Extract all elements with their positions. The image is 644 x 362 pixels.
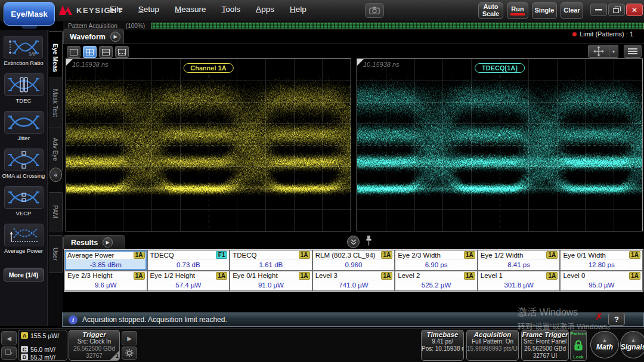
layout-rows-button[interactable] — [99, 46, 113, 58]
signal-settings-button[interactable] — [122, 346, 137, 360]
run-button[interactable]: Run — [507, 2, 528, 19]
single-button[interactable]: Single — [532, 2, 557, 19]
tab-row-divider — [63, 44, 644, 44]
layout-thumbnail-button[interactable] — [115, 46, 129, 58]
trigger-setup-box[interactable]: Trigger Src: Clock In 26.562500 GBd 3276… — [69, 330, 120, 361]
clear-button[interactable]: Clear — [561, 2, 583, 19]
jitter-icon — [8, 113, 40, 131]
result-cell-eye-12-width[interactable]: Eye 1/2 Width1A 8.41 ps — [478, 250, 560, 270]
sidebar-item-jitter[interactable]: Jitter — [4, 111, 44, 142]
channel-d-badge: D — [21, 354, 28, 360]
source-badge: 1A — [546, 272, 558, 280]
math-button[interactable]: ▲ Math — [590, 331, 619, 358]
result-cell-eye-23-height[interactable]: Eye 2/3 Height1A 9.6 µW — [65, 271, 147, 291]
chevron-left-double-icon: « — [54, 171, 57, 178]
channel-1a-label-pill[interactable]: Channel 1A — [183, 63, 234, 73]
lock-icon — [574, 340, 583, 351]
source-badge: 1A — [134, 272, 145, 280]
result-cell-eye-01-height[interactable]: Eye 0/1 Height1A 91.0 µW — [230, 271, 312, 291]
signal-row-channel-d[interactable]: D 55.3 mV/ — [21, 353, 64, 361]
waveform-tab[interactable]: Waveform ▶ — [63, 29, 124, 44]
source-badge: 1A — [299, 272, 310, 280]
screenshot-camera-button[interactable] — [365, 3, 384, 18]
eye-mask-tab-nub — [21, 26, 37, 29]
eye-mask-mode-tab[interactable]: Eye/Mask — [4, 2, 55, 26]
eye-diagram-panel-tdecq-1a: 10.15938 ns TDECQ[1A] — [357, 58, 643, 231]
sidebar-item-tdec[interactable]: TDEC — [4, 73, 44, 104]
sidebar-item-average-power[interactable]: Average Power — [4, 224, 44, 255]
tab-eye-meas[interactable]: Eye Meas — [49, 31, 63, 85]
more-measurements-button[interactable]: More (1/4) — [4, 268, 44, 281]
help-button[interactable]: ? — [608, 313, 625, 326]
minimize-button[interactable] — [590, 4, 607, 16]
auto-scale-button[interactable]: Auto Scale — [478, 2, 503, 19]
hamburger-icon — [628, 48, 637, 49]
display-menu-button[interactable] — [624, 45, 642, 58]
tab-user[interactable]: User — [49, 235, 63, 273]
result-cell-level-2[interactable]: Level 21A 525.2 µW — [395, 271, 477, 291]
pattern-lock-indicator[interactable]: Pattern Lock — [570, 330, 587, 361]
menu-setup[interactable]: Setup — [138, 5, 159, 14]
layout-grid-button[interactable] — [83, 46, 97, 58]
source-badge: 1A — [629, 272, 640, 280]
scroll-signals-left-button[interactable]: ◀ — [1, 331, 17, 345]
result-cell-eye-01-width[interactable]: Eye 0/1 Width1A 12.80 ps — [561, 250, 642, 270]
result-cell-tdecq-f1[interactable]: TDECQF1 0.73 dB — [148, 250, 230, 270]
sidebar-item-extinction-ratio[interactable]: 1/0 Extinction Ratio — [4, 36, 43, 67]
camera-icon — [369, 7, 380, 14]
menu-tools[interactable]: Tools — [222, 5, 241, 14]
source-badge: 1A — [216, 272, 227, 280]
signal-row-channel-c[interactable]: C 56.0 mV/ — [21, 345, 64, 353]
pan-tool-button[interactable] — [588, 45, 609, 58]
close-icon: ✕ — [631, 6, 637, 14]
source-badge: 1A — [381, 251, 392, 259]
triangle-left-icon: ◀ — [7, 335, 11, 342]
results-collapse-button[interactable] — [347, 236, 360, 248]
vecp-icon — [8, 188, 40, 206]
results-tab[interactable]: Results ▶ — [63, 235, 125, 249]
layout-single-button[interactable] — [67, 46, 80, 58]
play-arrow-icon: ▶ — [106, 240, 110, 245]
tab-mask-test[interactable]: Mask Test — [49, 78, 63, 129]
tab-pam[interactable]: PAM — [49, 192, 63, 231]
result-cell-level-3[interactable]: Level 31A 741.0 µW — [313, 271, 395, 291]
results-tab-menu-button[interactable]: ▶ — [103, 237, 113, 247]
top-menu-bar: KEYSIGHT File Setup Measure Tools Apps H… — [0, 0, 644, 21]
grid-plus-icon — [5, 349, 13, 357]
tab-adv-eye[interactable]: Adv Eye — [49, 128, 63, 172]
signals-button[interactable]: ▲ Signals — [620, 331, 644, 358]
signal-row-channel-a[interactable]: A 155.5 µW/ — [21, 332, 64, 339]
eye-canvas-1 — [357, 59, 642, 231]
acquisition-setup-box[interactable]: Acquisition Full Pattern: On 15.98998993… — [466, 330, 519, 361]
pan-tool-dropdown[interactable]: ▼ — [609, 45, 618, 58]
menu-measure[interactable]: Measure — [175, 5, 206, 14]
restore-window-button[interactable] — [608, 4, 625, 16]
result-cell-eye-12-height[interactable]: Eye 1/2 Height1A 57.4 µW — [148, 271, 230, 291]
results-pin-button[interactable] — [366, 235, 372, 248]
result-cell-tdecq-1a[interactable]: TDECQ1A 1.61 dB — [230, 250, 312, 270]
sidebar-collapse-button[interactable]: « — [49, 168, 62, 182]
sidebar-item-oma-at-crossing[interactable]: OMA at Crossing — [2, 148, 45, 180]
tdecq-1a-label-pill[interactable]: TDECQ[1A] — [475, 63, 525, 73]
scroll-signals-right-button[interactable]: ▶ — [122, 331, 137, 345]
add-signal-button[interactable] — [1, 346, 17, 360]
timebase-setup-box[interactable]: Timebase 9.41 ps/ Pos: 10.15938 ns — [421, 330, 464, 361]
result-cell-level-1[interactable]: Level 11A 301.8 µW — [478, 271, 560, 291]
result-cell-level-0[interactable]: Level 01A 95.0 µW — [561, 271, 642, 291]
menu-file[interactable]: File — [110, 5, 123, 14]
close-button[interactable]: ✕ — [626, 4, 643, 16]
menu-bar: File Setup Measure Tools Apps Help — [110, 5, 306, 14]
menu-apps[interactable]: Apps — [256, 5, 274, 14]
source-badge: 1A — [629, 251, 640, 259]
frame-trigger-setup-box[interactable]: Frame Trigger Src: Front Panel 26.562500… — [521, 330, 569, 361]
triangle-up-icon: ▲ — [631, 338, 636, 343]
sidebar-item-vecp[interactable]: VECP — [4, 186, 44, 217]
result-cell-eye-23-width[interactable]: Eye 2/3 Width1A 6.90 ps — [395, 250, 477, 270]
result-cell-average-power[interactable]: Average Power1A -3.85 dBm — [65, 250, 147, 270]
waveform-tab-menu-button[interactable]: ▶ — [110, 32, 120, 42]
average-power-icon — [8, 226, 40, 244]
result-cell-rlm[interactable]: RLM (802.3 CL_94)1A 0.960 — [313, 250, 395, 270]
signal-scale-panel[interactable]: A 155.5 µW/ C 56.0 mV/ D 55.3 mV/ — [18, 330, 67, 361]
menu-help[interactable]: Help — [290, 5, 306, 14]
label-pill-tick — [209, 75, 209, 78]
